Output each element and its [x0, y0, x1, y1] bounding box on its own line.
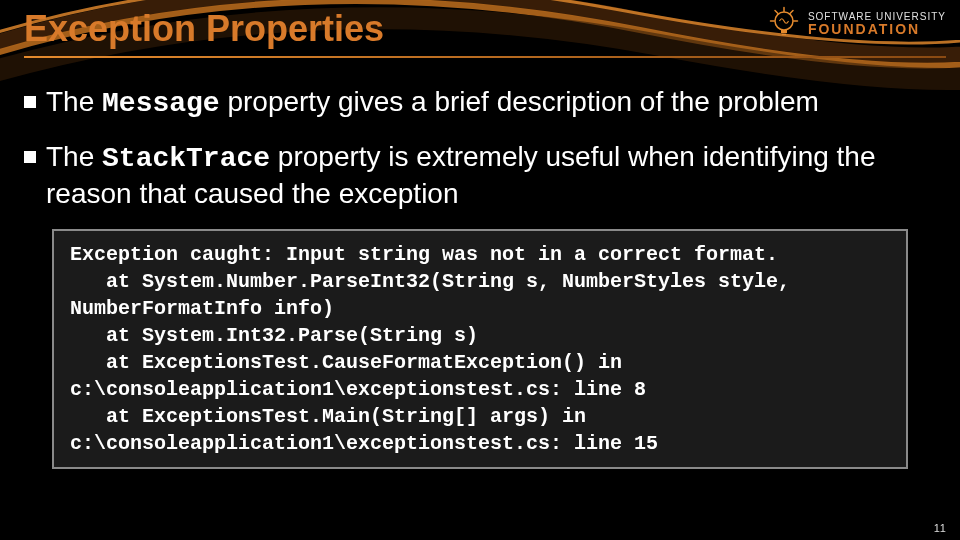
bullet-marker-icon [24, 96, 36, 108]
bullet-prefix: The [46, 86, 102, 117]
content-area: The Message property gives a brief descr… [24, 80, 936, 469]
bullet-marker-icon [24, 151, 36, 163]
title-divider [24, 56, 946, 58]
bullet-item: The Message property gives a brief descr… [24, 84, 936, 121]
logo-line-2: FOUNDATION [808, 22, 946, 36]
bullet-text: The Message property gives a brief descr… [46, 84, 936, 121]
brand-logo: SOFTWARE UNIVERSITY FOUNDATION [766, 6, 946, 42]
code-block: Exception caught: Input string was not i… [52, 229, 908, 469]
bullet-suffix: property gives a brief description of th… [220, 86, 819, 117]
slide-title: Exception Properties [24, 8, 384, 50]
page-number: 11 [934, 522, 946, 534]
bullet-mono: Message [102, 88, 220, 119]
bullet-item: The StackTrace property is extremely use… [24, 139, 936, 211]
bullet-text: The StackTrace property is extremely use… [46, 139, 936, 211]
bullet-prefix: The [46, 141, 102, 172]
bullet-mono: StackTrace [102, 143, 270, 174]
slide: Exception Properties SOFTWARE UNIVERSITY… [0, 0, 960, 540]
lightbulb-icon [766, 6, 802, 42]
